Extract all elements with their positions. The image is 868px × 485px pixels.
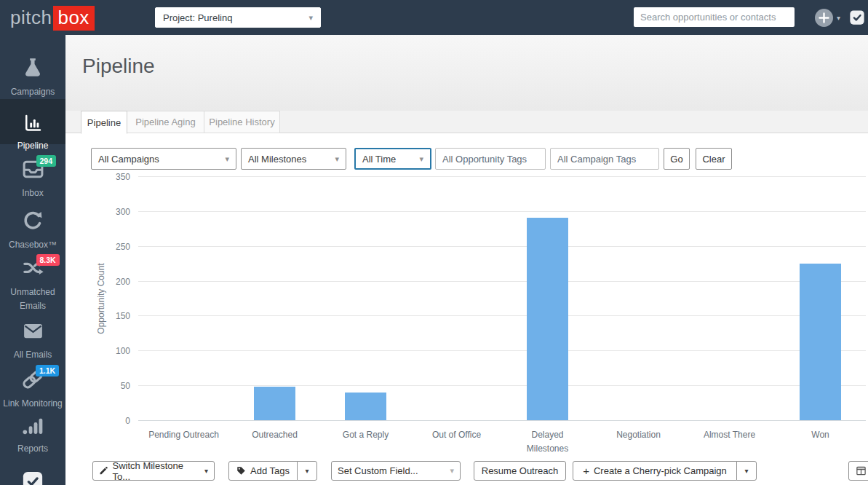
add-tags-dropdown-button[interactable] <box>297 461 317 481</box>
go-button[interactable]: Go <box>664 148 690 170</box>
search-input[interactable] <box>634 7 795 27</box>
tab-pipeline-history[interactable]: Pipeline History <box>204 111 280 133</box>
header-checkbox-button[interactable] <box>849 9 865 25</box>
bulk-action-toolbar: Switch Milestone To... Add Tags Set Cust… <box>65 461 868 485</box>
caret-down-icon <box>204 467 208 475</box>
create-cherry-pick-campaign-button[interactable]: Create a Cherry-pick Campaign <box>573 461 737 481</box>
add-new-button[interactable] <box>814 7 845 28</box>
x-axis-label: Negotiation <box>594 428 684 442</box>
inbox-count-badge: 294 <box>36 155 57 167</box>
x-axis-label: Got a Reply <box>321 428 411 442</box>
x-axis-label: Won <box>776 428 866 442</box>
caret-down-icon <box>450 466 454 476</box>
resume-outreach-label: Resume Outreach <box>482 465 559 476</box>
clear-button[interactable]: Clear <box>696 148 732 170</box>
gridline <box>138 176 866 177</box>
y-axis-tick: 50 <box>98 381 130 391</box>
time-filter-value: All Time <box>362 154 396 165</box>
table-icon <box>856 465 867 476</box>
add-tags-label: Add Tags <box>250 465 290 476</box>
create-cherry-pick-label: Create a Cherry-pick Campaign <box>594 465 727 476</box>
page-header: Pipeline <box>65 35 868 111</box>
sidebar-item-unmatched-emails[interactable]: 8.3K Unmatched Emails <box>0 249 65 319</box>
chart-bar[interactable] <box>345 393 386 420</box>
signal-bars-icon <box>21 414 44 437</box>
x-axis-label: Almost There <box>685 428 775 442</box>
pitchbox-logo[interactable]: pitchbox <box>10 7 95 29</box>
tab-pipeline-aging[interactable]: Pipeline Aging <box>127 111 204 133</box>
envelope-icon <box>21 319 45 343</box>
gridline <box>138 246 866 247</box>
logo-text-pitch: pitch <box>10 7 52 28</box>
gridline <box>138 281 866 282</box>
switch-milestone-button[interactable]: Switch Milestone To... <box>92 461 215 481</box>
tab-pipeline[interactable]: Pipeline <box>81 111 127 134</box>
milestones-filter-select[interactable]: All Milestones <box>241 148 346 170</box>
x-axis-labels: Pending OutreachOutreachedGot a ReplyOut… <box>138 421 866 457</box>
sidebar-item-pipeline[interactable]: Pipeline <box>0 99 65 144</box>
add-tags-button[interactable]: Add Tags <box>228 461 298 481</box>
caret-down-icon <box>419 154 423 164</box>
x-axis-label: Pending Outreach <box>139 428 229 442</box>
tab-bar: Pipeline Pipeline Aging Pipeline History <box>65 111 868 133</box>
refresh-icon <box>21 210 44 233</box>
y-axis-tick: 200 <box>98 277 130 287</box>
project-selector[interactable]: Project: Purelinq <box>155 7 321 28</box>
unmatched-emails-count-badge: 8.3K <box>36 254 60 266</box>
top-header: pitchbox Project: Purelinq <box>0 0 868 35</box>
gridline <box>138 420 866 421</box>
set-custom-field-label: Set Custom Field... <box>338 465 418 476</box>
sidebar-item-label: Reports <box>0 440 65 462</box>
y-axis-tick: 150 <box>98 311 130 321</box>
bar-chart-icon <box>22 112 44 134</box>
campaign-tags-input[interactable] <box>550 148 659 170</box>
sidebar-item-tasks[interactable] <box>0 463 65 485</box>
caret-down-icon <box>305 467 308 475</box>
x-axis-label: Delayed Milestones <box>503 428 593 456</box>
sidebar-item-campaigns[interactable]: Campaigns <box>0 48 65 105</box>
x-axis-label: Outreached <box>230 428 320 442</box>
page-title: Pipeline <box>82 55 155 78</box>
resume-outreach-button[interactable]: Resume Outreach <box>474 461 566 481</box>
chart-bar[interactable] <box>527 218 568 420</box>
set-custom-field-select[interactable]: Set Custom Field... <box>331 461 461 481</box>
x-axis-label: Out of Office <box>412 428 502 442</box>
project-selector-value: Project: Purelinq <box>163 12 232 23</box>
gridline <box>138 211 866 212</box>
caret-down-icon <box>335 154 339 164</box>
flask-icon <box>20 55 45 80</box>
gridline <box>138 315 866 316</box>
sidebar-item-inbox[interactable]: 294 Inbox <box>0 150 65 206</box>
plus-circle-icon <box>814 8 834 28</box>
logo-text-box: box <box>53 6 94 31</box>
grid-view-button[interactable] <box>848 461 868 481</box>
plus-icon <box>583 465 589 477</box>
time-filter-select[interactable]: All Time <box>354 148 431 170</box>
chart-bar[interactable] <box>254 387 295 420</box>
y-axis-tick: 0 <box>98 416 130 426</box>
caret-down-icon <box>308 13 313 23</box>
campaigns-filter-select[interactable]: All Campaigns <box>91 148 236 170</box>
y-axis-tick: 300 <box>98 207 130 217</box>
main-content: Pipeline Pipeline Pipeline Aging Pipelin… <box>65 35 868 485</box>
y-axis-tick: 350 <box>98 172 130 182</box>
link-monitoring-count-badge: 1.1K <box>36 365 59 376</box>
checkbox-icon <box>22 470 44 485</box>
checkbox-icon <box>849 9 865 25</box>
switch-milestone-label: Switch Milestone To... <box>112 460 199 482</box>
campaigns-filter-value: All Campaigns <box>98 154 159 165</box>
create-cherry-pick-dropdown-button[interactable] <box>736 461 757 481</box>
gridline <box>138 385 866 386</box>
y-axis-tick: 250 <box>98 242 130 252</box>
caret-down-icon <box>225 154 229 164</box>
pencil-icon <box>99 466 108 476</box>
milestones-filter-value: All Milestones <box>248 154 306 165</box>
tag-icon <box>236 466 246 476</box>
sidebar-item-reports[interactable]: Reports <box>0 406 65 462</box>
sidebar-nav: Campaigns Pipeline 294 Inbox Chaseb <box>0 35 65 485</box>
opportunity-tags-input[interactable] <box>435 148 546 170</box>
caret-down-icon <box>837 14 840 22</box>
caret-down-icon <box>744 467 748 475</box>
chart-bar[interactable] <box>800 264 841 420</box>
bar-chart-plot: Opportunity Count Pending OutreachOutrea… <box>138 177 866 421</box>
